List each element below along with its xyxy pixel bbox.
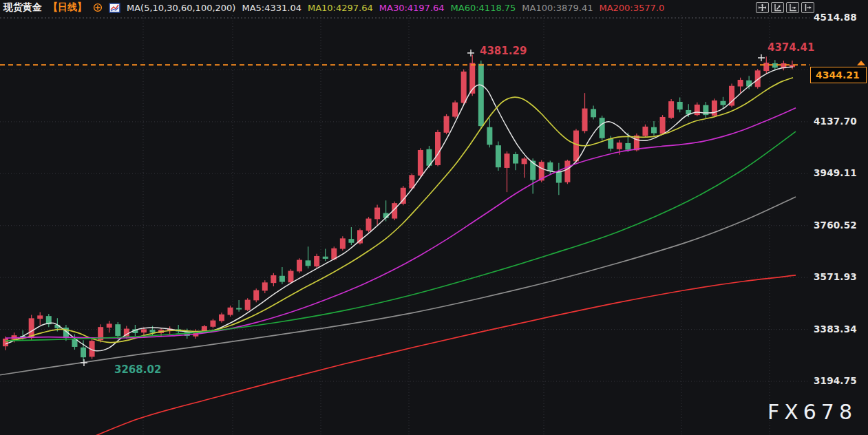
- candle-body: [81, 348, 86, 357]
- candle-body: [746, 81, 752, 87]
- candle-body: [348, 239, 354, 243]
- candle-body: [374, 208, 380, 220]
- candle-body: [141, 329, 147, 332]
- chart-type-icon[interactable]: [109, 3, 120, 13]
- ma200-value-label: MA200:3577.0: [599, 3, 664, 13]
- ma-line-ma5: [6, 67, 793, 351]
- candle-body: [522, 158, 527, 164]
- crosshair-move-icon[interactable]: [756, 2, 769, 13]
- ma-line-ma60: [6, 131, 796, 341]
- ma30-value-label: MA30:4197.64: [379, 3, 445, 13]
- candle-body: [677, 102, 683, 109]
- candle-body: [564, 161, 570, 182]
- candle-body: [297, 260, 302, 272]
- candle-body: [435, 132, 441, 165]
- candle-body: [504, 153, 509, 168]
- ma-line-ma200: [69, 275, 796, 435]
- fit-y-axis-icon[interactable]: [771, 2, 784, 13]
- axis-price-label: 3383.34: [814, 323, 867, 335]
- candle-body: [461, 72, 467, 103]
- ma5-value-label: MA5:4331.04: [242, 3, 301, 13]
- fit-x-axis-icon[interactable]: [786, 2, 799, 13]
- candle-body: [617, 142, 622, 149]
- candle-body: [323, 257, 328, 259]
- ma100-value-label: MA100:3879.41: [522, 3, 593, 13]
- candle-body: [262, 282, 268, 290]
- chart-toolbar: [756, 2, 814, 13]
- ma-line-ma100: [0, 197, 796, 375]
- candle-body: [763, 63, 769, 71]
- candle-body: [600, 118, 605, 138]
- ma-parameters-label: MA(5,10,30,60,100,200): [127, 3, 235, 13]
- candle-body: [279, 276, 285, 282]
- period-label[interactable]: 【日线】: [48, 1, 87, 14]
- candle-body: [228, 308, 233, 315]
- extreme-plus-marker: [81, 359, 87, 366]
- axis-price-label: 3949.11: [814, 167, 867, 178]
- candle-body: [37, 315, 43, 319]
- chart-header: 现货黄金 【日线】 MA(5,10,30,60,100,200) MA5:433…: [0, 0, 868, 15]
- shift-right-icon[interactable]: [801, 2, 814, 13]
- candle-body: [712, 100, 717, 116]
- candle-body: [219, 315, 224, 321]
- price-axis[interactable]: 4514.884137.703949.113760.523571.933383.…: [811, 0, 868, 435]
- axis-price-label: 3194.75: [814, 375, 867, 386]
- candle-body: [314, 256, 319, 266]
- candlestick-chart[interactable]: 4381.294374.413268.02: [0, 0, 868, 435]
- axis-price-label: 3760.52: [814, 220, 867, 231]
- extreme-price-label: 4374.41: [768, 41, 814, 54]
- instrument-title: 现货黄金: [3, 1, 42, 14]
- candle-body: [651, 127, 657, 134]
- extreme-plus-marker: [467, 50, 474, 56]
- axis-price-label: 4137.70: [814, 116, 867, 127]
- axis-price-label: 3571.93: [814, 271, 867, 282]
- extreme-price-label: 3268.02: [114, 363, 161, 376]
- candle-body: [487, 127, 492, 145]
- candle-body: [642, 127, 648, 136]
- candle-body: [418, 150, 423, 176]
- extreme-plus-marker: [758, 54, 765, 61]
- candle-body: [306, 260, 311, 266]
- candle-body: [107, 323, 112, 328]
- candle-body: [245, 300, 251, 310]
- candle-body: [530, 161, 536, 180]
- candle-body: [210, 321, 215, 327]
- chart-window: 4381.294374.413268.02 现货黄金 【日线】 MA(5,10,…: [0, 0, 868, 435]
- candle-body: [366, 219, 372, 231]
- candle-body: [3, 339, 8, 346]
- candle-body: [288, 271, 293, 283]
- candle-body: [591, 109, 596, 117]
- candle-body: [478, 64, 484, 126]
- candle-body: [625, 143, 631, 150]
- candle-body: [496, 145, 501, 167]
- candle-body: [695, 105, 700, 115]
- candle-body: [660, 117, 666, 134]
- candle-body: [253, 290, 259, 301]
- candle-body: [720, 101, 726, 105]
- candle-body: [357, 230, 363, 243]
- ma10-value-label: MA10:4297.64: [308, 3, 373, 13]
- candle-body: [547, 162, 553, 171]
- candle-body: [556, 172, 562, 183]
- current-price-tag: 4344.21: [810, 67, 867, 83]
- candle-body: [738, 80, 743, 87]
- extreme-price-label: 4381.29: [480, 45, 527, 57]
- candle-body: [513, 154, 518, 164]
- candle-body: [444, 116, 449, 133]
- candle-body: [115, 324, 120, 336]
- candle-body: [271, 275, 276, 283]
- candle-body: [452, 103, 458, 117]
- candle-body: [703, 105, 708, 115]
- candle-body: [608, 139, 613, 149]
- candle-body: [573, 131, 579, 162]
- add-indicator-icon[interactable]: [93, 3, 103, 12]
- candle-body: [236, 308, 242, 310]
- candle-body: [340, 238, 346, 248]
- ma-line-ma30: [6, 108, 796, 338]
- candle-body: [582, 109, 588, 131]
- ma60-value-label: MA60:4118.75: [451, 3, 516, 13]
- ma-line-ma10: [6, 78, 793, 343]
- candle-body: [150, 330, 156, 332]
- candle-body: [668, 101, 674, 118]
